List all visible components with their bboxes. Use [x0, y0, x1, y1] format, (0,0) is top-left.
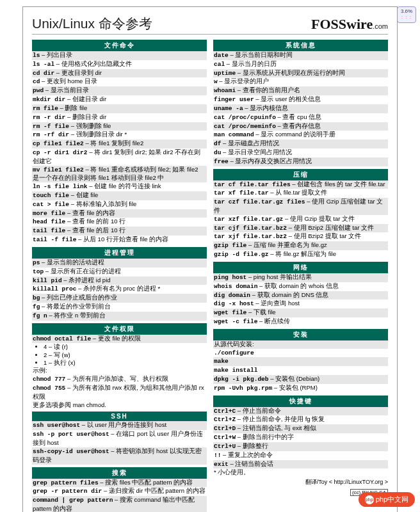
command-row: Ctrl+U – 删除整行: [213, 442, 388, 451]
command-row: ssh user@host – 以 user 用户身份连接到 host: [32, 421, 207, 430]
command-row: 示例:: [32, 367, 207, 375]
command-row: cal – 显示当月的日历: [213, 60, 388, 69]
command-row: ./configure: [213, 349, 388, 358]
command-row: df – 显示磁盘占用情况: [213, 140, 388, 148]
command-row: kill pid – 杀掉进程 id pid: [32, 276, 207, 285]
command-row: gzip -d file.gz – 将 file.gz 解压缩为 file: [213, 250, 388, 259]
permission-list: 4 – 读 (r)2 – 写 (w)1 – 执行 (x): [32, 343, 207, 367]
command-row: rpm -Uvh pkg.rpm – 安装包 (RPM): [213, 384, 388, 393]
command-row: dig domain – 获取 domain 的 DNS 信息: [213, 291, 388, 300]
command-row: mkdir dir – 创建目录 dir: [32, 95, 207, 104]
command-row: mv file1 file2 – 将 file1 重命名或移动到 file2; …: [32, 166, 207, 183]
command-row: cd – 更改到 home 目录: [32, 77, 207, 86]
command-row: tar xf file.tar – 从 file.tar 提取文件: [213, 189, 388, 198]
command-row: make: [213, 357, 388, 366]
header: Unix/Linux 命令参考 FOSSwire.com: [32, 15, 388, 35]
command-row: free – 显示内存及交换区占用情况: [213, 157, 388, 166]
command-row: ls -al – 使用格式化列出隐藏文件: [32, 60, 207, 69]
command-row: cat /proc/cpuinfo – 查看 cpu 信息: [213, 113, 388, 122]
command-row: wget -c file – 断点续传: [213, 317, 388, 326]
command-row: rm -r dir – 删除目录 dir: [32, 113, 207, 122]
command-row: du – 显示目录空间占用情况: [213, 148, 388, 157]
php-icon: php: [365, 495, 374, 504]
footnote: * 小心使用。: [213, 468, 388, 477]
command-row: chmod 777 – 为所有用户添加读、写、执行权限: [32, 375, 207, 384]
left-column: 文件命令ls – 列出目录ls -al – 使用格式化列出隐藏文件cd dir …: [32, 37, 207, 512]
command-row: ping host – ping host 并输出结果: [213, 273, 388, 282]
command-row: fg – 将最近的作业带到前台: [32, 303, 207, 312]
columns: 文件命令ls – 列出目录ls -al – 使用格式化列出隐藏文件cd dir …: [32, 37, 388, 512]
command-row: uname -a – 显示内核信息: [213, 104, 388, 113]
command-row: 从源代码安装:: [213, 340, 388, 349]
command-row: Ctrl+W – 删除当前行中的字: [213, 433, 388, 442]
command-row: make install: [213, 366, 388, 375]
command-row: !! – 重复上次的命令: [213, 451, 388, 460]
section-header: 搜索: [32, 467, 207, 479]
translator-credit: 翻译/Toy < http://LinuxTOY.org >: [213, 478, 388, 486]
command-row: killall proc – 杀掉所有名为 proc 的进程 *: [32, 285, 207, 294]
command-row: tar xjf file.tar.bz2 – 使用 Bzip2 提取 tar 文…: [213, 232, 388, 241]
command-row: ps – 显示当前的活动进程: [32, 259, 207, 268]
command-row: wget file – 下载 file: [213, 308, 388, 317]
command-row: grep pattern files – 搜索 files 中匹配 patter…: [32, 479, 207, 488]
command-row: rm file – 删除 file: [32, 104, 207, 113]
command-row: ln -s file link – 创建 file 的符号连接 link: [32, 182, 207, 191]
command-row: whoami – 查看你的当前用户名: [213, 86, 388, 95]
command-row: Ctrl+Z – 停止当前命令, 并使用 fg 恢复: [213, 415, 388, 424]
command-row: pwd – 显示当前目录: [32, 86, 207, 95]
section-header: SSH: [32, 412, 207, 421]
command-row: cp file1 file2 – 将 file1 复制到 file2: [32, 140, 207, 148]
command-row: ssh -p port user@host – 在端口 port 以 user …: [32, 430, 207, 447]
command-row: head file – 查看 file 的前 10 行: [32, 218, 207, 227]
command-row: grep -r pattern dir – 递归搜索 dir 中匹配 patte…: [32, 487, 207, 496]
section-header: 网络: [213, 262, 388, 273]
command-row: uptime – 显示系统从开机到现在所运行的时间: [213, 69, 388, 78]
command-row: dpkg -i pkg.deb – 安装包 (Debian): [213, 375, 388, 384]
command-row: fg n – 将作业 n 带到前台: [32, 312, 207, 321]
command-row: chmod 755 – 为所有者添加 rwx 权限, 为组和其他用户添加 rx …: [32, 384, 207, 401]
command-row: touch file – 创建 file: [32, 191, 207, 200]
section-header: 快捷键: [213, 396, 388, 407]
command-row: bg – 列出已停止或后台的作业: [32, 294, 207, 303]
command-row: ssh-copy-id user@host – 将密钥添加到 host 以实现无…: [32, 447, 207, 465]
brand-name: FOSSwire: [311, 16, 373, 32]
section-header: 文件命令: [32, 40, 207, 51]
section-header: 压缩: [213, 169, 388, 180]
zoom-badge: 3.6% : : :: [397, 6, 416, 23]
zoom-value: 3.6%: [398, 8, 416, 14]
command-row: tar xzf file.tar.gz – 使用 Gzip 提取 tar 文件: [213, 215, 388, 224]
command-row: tar cf file.tar files – 创建包含 files 的 tar…: [213, 180, 388, 189]
command-row: cp -r dir1 dir2 – 将 dir1 复制到 dir2; 如果 di…: [32, 148, 207, 166]
zoom-dots: : : :: [398, 14, 416, 20]
brand-logo: FOSSwire.com: [311, 16, 388, 33]
watermark-badge: php php中文网: [359, 492, 415, 507]
command-row: dig -x host – 逆向查询 host: [213, 300, 388, 308]
command-row: gzip file – 压缩 file 并重命名为 file.gz: [213, 241, 388, 250]
command-row: 更多选项参阅 man chmod.: [32, 401, 207, 410]
section-header: 系统信息: [213, 40, 388, 51]
command-row: command | grep pattern – 搜索 command 输出中匹…: [32, 496, 207, 512]
right-column: 系统信息date – 显示当前日期和时间cal – 显示当月的日历uptime …: [213, 37, 388, 512]
brand-suffix: .com: [373, 22, 388, 30]
command-row: finger user – 显示 user 的相关信息: [213, 95, 388, 104]
page-title: Unix/Linux 命令参考: [32, 15, 152, 33]
command-row: tail -f file – 从后 10 行开始查看 file 的内容: [32, 236, 207, 244]
command-row: man command – 显示 command 的说明手册: [213, 131, 388, 140]
command-row: tar cjf file.tar.bz2 – 使用 Bzip2 压缩创建 tar…: [213, 224, 388, 233]
document-page: Unix/Linux 命令参考 FOSSwire.com 文件命令ls – 列出…: [22, 6, 398, 512]
command-row: cd dir – 更改目录到 dir: [32, 69, 207, 78]
section-header: 进程管理: [32, 247, 207, 259]
command-row: Ctrl+C – 停止当前命令: [213, 407, 388, 416]
watermark-text: php中文网: [376, 495, 408, 504]
command-row: ls – 列出目录: [32, 51, 207, 60]
command-row: exit – 注销当前会话: [213, 460, 388, 469]
command-row: more file – 查看 file 的内容: [32, 209, 207, 218]
command-row: rm -f file – 强制删除 file: [32, 122, 207, 131]
command-row: chmod octal file – 更改 file 的权限: [32, 335, 207, 344]
command-row: tar czf file.tar.gz files – 使用 Gzip 压缩创建…: [213, 198, 388, 215]
command-row: tail file – 查看 file 的后 10 行: [32, 227, 207, 236]
command-row: top – 显示所有正在运行的进程: [32, 268, 207, 276]
section-header: 文件权限: [32, 323, 207, 335]
command-row: w – 显示登录的用户: [213, 77, 388, 86]
command-row: date – 显示当前日期和时间: [213, 51, 388, 60]
